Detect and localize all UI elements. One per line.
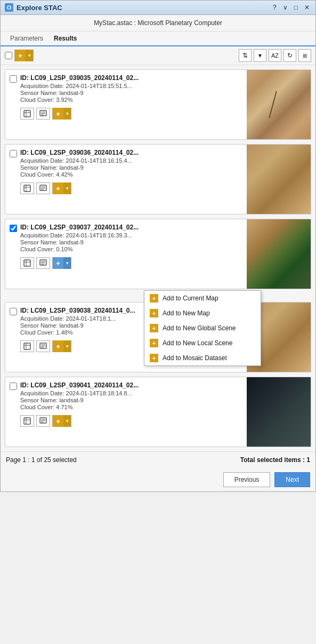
action-add-btn-3[interactable]: + ▾ <box>52 257 71 269</box>
dropdown-add-new-map[interactable]: + Add to New Map <box>144 306 261 321</box>
next-button[interactable]: Next <box>274 472 310 487</box>
result-sensor-5: Sensor Name: landsat-9 <box>20 397 242 403</box>
action-info-btn-5[interactable] <box>36 415 50 427</box>
dropdown-add-mosaic[interactable]: + Add to Mosaic Dataset <box>144 351 261 365</box>
result-left-5: ID: LC09_L2SP_039041_20240114_02... Acqu… <box>5 377 247 447</box>
refresh-btn[interactable]: ↻ <box>283 49 296 62</box>
result-acq-3: Acquisition Date: 2024-01-14T18:16:39.3.… <box>20 232 242 238</box>
result-checkbox-1[interactable] <box>10 75 17 83</box>
result-id-1: ID: LC09_L2SP_039035_20240114_02... <box>20 74 242 82</box>
result-checkbox-2[interactable] <box>10 150 17 157</box>
toolbar: + ▾ ⇅ ▾ AZ ↻ ⊞ <box>1 46 315 65</box>
svg-rect-11 <box>24 260 30 266</box>
add-dropdown-menu: + Add to Current Map + Add to New Map + … <box>144 290 261 366</box>
svg-rect-21 <box>24 418 30 424</box>
tab-results[interactable]: Results <box>48 31 82 46</box>
result-left-2: ID: LC09_L2SP_039036_20240114_02... Acqu… <box>5 145 247 214</box>
action-view-btn-5[interactable] <box>20 415 34 427</box>
result-info-3: ID: LC09_L2SP_039037_20240114_02... Acqu… <box>20 224 242 253</box>
action-info-btn-3[interactable] <box>36 257 50 269</box>
action-add-btn-4[interactable]: + ▾ <box>52 340 71 352</box>
add-arrow-2[interactable]: ▾ <box>63 182 71 194</box>
result-info-2: ID: LC09_L2SP_039036_20240114_02... Acqu… <box>20 149 242 178</box>
result-cloud-3: Cloud Cover: 0.10% <box>20 246 242 252</box>
result-acq-1: Acquisition Date: 2024-01-14T18:15:51.5.… <box>20 83 242 89</box>
result-checkbox-5[interactable] <box>10 383 17 390</box>
result-acq-5: Acquisition Date: 2024-01-14T18:18:14.8.… <box>20 390 242 396</box>
collapse-btn[interactable]: ∨ <box>281 4 289 11</box>
result-left-1: ID: LC09_L2SP_039035_20240114_02... Acqu… <box>5 70 247 139</box>
close-btn[interactable]: ✕ <box>303 4 311 11</box>
dropdown-add-local-scene[interactable]: + Add to New Local Scene <box>144 336 261 351</box>
title-bar-left: Explore STAC <box>5 3 62 12</box>
result-row-3: ID: LC09_L2SP_039037_20240114_02... Acqu… <box>10 224 242 253</box>
result-acq-2: Acquisition Date: 2024-01-14T18:16:15.4.… <box>20 157 242 164</box>
action-view-btn-2[interactable] <box>20 182 34 194</box>
action-info-btn-2[interactable] <box>36 182 50 194</box>
action-add-btn-1[interactable]: + ▾ <box>52 108 71 120</box>
toolbar-add-icon: + <box>15 50 26 61</box>
results-list: ID: LC09_L2SP_039035_20240114_02... Acqu… <box>1 65 315 451</box>
result-sensor-2: Sensor Name: landsat-9 <box>20 164 242 171</box>
result-id-2: ID: LC09_L2SP_039036_20240114_02... <box>20 149 242 156</box>
dropdown-add-current-map[interactable]: + Add to Current Map <box>144 291 261 306</box>
add-icon-1: + <box>53 108 63 120</box>
tabs-bar: Parameters Results <box>1 31 315 46</box>
add-arrow-5[interactable]: ▾ <box>63 415 71 427</box>
dropdown-add-global-scene[interactable]: + Add to New Global Scene <box>144 321 261 336</box>
title-bar: Explore STAC ? ∨ □ ✕ <box>1 1 315 15</box>
add-icon-4: + <box>53 340 63 352</box>
sort-toggle-btn[interactable]: ⇅ <box>239 49 252 62</box>
app-icon <box>5 3 13 12</box>
result-id-5: ID: LC09_L2SP_039041_20240114_02... <box>20 381 242 389</box>
result-actions-2: + ▾ <box>20 182 242 194</box>
result-checkbox-4[interactable] <box>10 308 17 315</box>
results-container: ID: LC09_L2SP_039035_20240114_02... Acqu… <box>1 65 315 451</box>
result-sensor-1: Sensor Name: landsat-9 <box>20 90 242 96</box>
action-info-btn-4[interactable] <box>36 340 50 352</box>
result-actions-1: + ▾ <box>20 108 242 120</box>
toolbar-add-arrow[interactable]: ▾ <box>26 50 33 61</box>
result-cloud-2: Cloud Cover: 4.42% <box>20 171 242 178</box>
tab-parameters[interactable]: Parameters <box>5 31 48 45</box>
action-view-btn-4[interactable] <box>20 340 34 352</box>
result-actions-5: + ▾ <box>20 415 242 427</box>
action-info-btn-1[interactable] <box>36 108 50 120</box>
add-arrow-1[interactable]: ▾ <box>63 108 71 120</box>
result-row-1: ID: LC09_L2SP_039035_20240114_02... Acqu… <box>10 74 242 104</box>
action-view-btn-1[interactable] <box>20 108 34 120</box>
help-btn[interactable]: ? <box>271 4 278 11</box>
sort-dropdown-btn[interactable]: ▾ <box>254 49 266 62</box>
add-arrow-4[interactable]: ▾ <box>63 340 71 352</box>
result-checkbox-3[interactable] <box>10 225 17 232</box>
toolbar-right: ⇅ ▾ AZ ↻ ⊞ <box>239 49 311 62</box>
select-all-checkbox[interactable] <box>5 52 12 59</box>
result-image-5 <box>247 377 311 447</box>
window-title: Explore STAC <box>17 4 62 12</box>
result-image-2 <box>247 145 311 214</box>
add-arrow-3[interactable]: ▾ <box>63 257 71 269</box>
list-item: ID: LC09_L2SP_039036_20240114_02... Acqu… <box>5 144 311 214</box>
action-add-btn-2[interactable]: + ▾ <box>52 182 71 194</box>
add-current-map-icon: + <box>150 294 158 303</box>
add-mosaic-icon: + <box>150 354 158 362</box>
result-info-5: ID: LC09_L2SP_039041_20240114_02... Acqu… <box>20 381 242 411</box>
list-item: ID: LC09_L2SP_039035_20240114_02... Acqu… <box>5 69 311 140</box>
action-add-btn-5[interactable]: + ▾ <box>52 415 71 427</box>
result-info-1: ID: LC09_L2SP_039035_20240114_02... Acqu… <box>20 74 242 104</box>
add-global-scene-icon: + <box>150 324 158 332</box>
toolbar-add-button[interactable]: + ▾ <box>14 50 34 61</box>
total-selected: Total selected items : 1 <box>240 456 310 464</box>
list-item: ID: LC09_L2SP_039037_20240114_02... Acqu… <box>5 219 311 289</box>
export-btn[interactable]: ⊞ <box>298 49 311 62</box>
svg-rect-1 <box>24 110 30 117</box>
result-image-1 <box>247 70 311 139</box>
pagination: Previous Next <box>1 468 315 491</box>
maximize-btn[interactable]: □ <box>293 4 299 11</box>
previous-button[interactable]: Previous <box>223 472 271 487</box>
subtitle: MyStac.astac : Microsoft Planetary Compu… <box>1 15 315 31</box>
main-window: Explore STAC ? ∨ □ ✕ MyStac.astac : Micr… <box>0 0 316 492</box>
az-sort-btn[interactable]: AZ <box>269 49 281 62</box>
add-local-scene-icon: + <box>150 339 158 347</box>
action-view-btn-3[interactable] <box>20 257 34 269</box>
